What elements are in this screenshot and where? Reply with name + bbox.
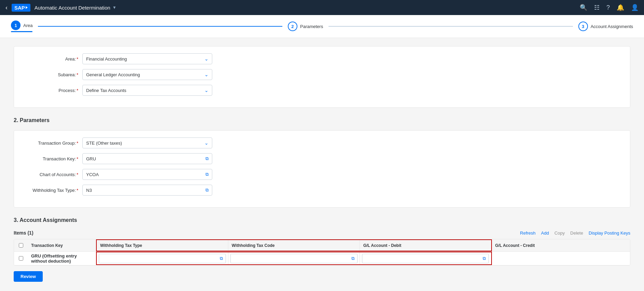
col-header-withholding-tax-type: Withholding Tax Type: [97, 240, 228, 251]
row-withholding-tax-code-cell: ⧉: [228, 252, 360, 264]
parameters-title: 2. Parameters: [14, 117, 630, 123]
area-value: Financial Accounting: [86, 56, 127, 62]
display-posting-keys-button[interactable]: Display Posting Keys: [589, 230, 630, 236]
account-toolbar: Items (1) Refresh Add Copy Delete Displa…: [14, 230, 630, 236]
delete-button[interactable]: Delete: [570, 230, 583, 236]
chart-of-accounts-value-help-icon[interactable]: ⧉: [205, 172, 209, 177]
gl-debit-field[interactable]: ⧉: [362, 254, 489, 263]
step-1-underline: [11, 31, 32, 32]
row-withholding-tax-type-cell: ⧉: [97, 252, 228, 264]
withholding-tax-code-field-icon[interactable]: ⧉: [351, 256, 354, 261]
withholding-tax-type-value-help-icon[interactable]: ⧉: [205, 187, 209, 193]
refresh-button[interactable]: Refresh: [520, 230, 536, 236]
step-3-label: Account Assignments: [591, 24, 633, 29]
sap-logo: SAP: [12, 4, 30, 12]
app-header: ‹ SAP Automatic Account Determination ▼ …: [0, 0, 644, 15]
process-chevron-icon: ⌄: [204, 88, 209, 93]
withholding-tax-type-field-icon[interactable]: ⧉: [220, 256, 223, 261]
line-1-2: [38, 26, 282, 27]
withholding-tax-type-row: Withholding Tax Type:* N3 ⧉: [28, 185, 616, 196]
transaction-key-value-help-icon[interactable]: ⧉: [205, 156, 209, 161]
toolbar-actions: Refresh Add Copy Delete Display Posting …: [520, 230, 630, 236]
process-row: Process:* Define Tax Accounts ⌄: [28, 85, 616, 96]
app-title-text: Automatic Account Determination: [35, 5, 110, 11]
gl-debit-field-icon[interactable]: ⧉: [483, 256, 486, 261]
transaction-group-chevron-icon: ⌄: [204, 140, 209, 146]
process-label: Process:*: [28, 88, 82, 93]
header-icons: 🔍 ☷ ? 🔔 👤: [580, 4, 639, 11]
subarea-value: General Ledger Accounting: [86, 72, 140, 77]
step-2-label: Parameters: [300, 24, 323, 29]
table-row: GRU (Offsetting entry without deduction)…: [14, 252, 630, 265]
withholding-tax-type-input[interactable]: N3 ⧉: [82, 185, 212, 196]
transaction-key-row: Transaction Key:* GRU ⧉: [28, 153, 616, 164]
add-button[interactable]: Add: [541, 230, 549, 236]
area-form: Area:* Financial Accounting ⌄ Subarea:* …: [14, 46, 630, 108]
review-button[interactable]: Review: [14, 271, 43, 282]
wizard-step-2[interactable]: 2 Parameters: [288, 22, 323, 31]
area-chevron-icon: ⌄: [204, 56, 209, 62]
line-2-3: [328, 26, 573, 27]
chart-of-accounts-label: Chart of Accounts:*: [28, 172, 82, 177]
area-row: Area:* Financial Accounting ⌄: [28, 53, 616, 64]
title-chevron[interactable]: ▼: [112, 5, 117, 10]
step-2-circle: 2: [288, 22, 297, 31]
transaction-group-row: Transaction Group:* STE (Other taxes) ⌄: [28, 137, 616, 148]
subarea-select[interactable]: General Ledger Accounting ⌄: [82, 69, 212, 80]
search-icon[interactable]: 🔍: [580, 4, 587, 11]
process-value: Define Tax Accounts: [86, 88, 126, 93]
account-assignments-section: 3. Account Assignments Items (1) Refresh…: [14, 217, 630, 282]
row-checkbox[interactable]: [19, 256, 23, 261]
chart-of-accounts-input[interactable]: YCOA ⧉: [82, 169, 212, 180]
withholding-tax-type-value: N3: [86, 188, 92, 193]
back-button[interactable]: ‹: [5, 4, 8, 11]
subarea-row: Subarea:* General Ledger Accounting ⌄: [28, 69, 616, 80]
copy-button[interactable]: Copy: [554, 230, 565, 236]
col-header-gl-debit: G/L Account - Debit: [360, 240, 491, 251]
account-assignments-title: 3. Account Assignments: [14, 217, 630, 223]
transaction-group-select[interactable]: STE (Other taxes) ⌄: [82, 137, 212, 148]
select-all-checkbox[interactable]: [19, 243, 23, 248]
wizard-step-1[interactable]: 1 Area: [11, 21, 32, 32]
app-title: Automatic Account Determination ▼: [35, 5, 117, 11]
account-table: Transaction Key Withholding Tax Type Wit…: [14, 239, 630, 266]
step-1-circle: 1: [11, 21, 21, 30]
items-label: Items (1): [14, 230, 33, 236]
withholding-tax-type-field[interactable]: ⧉: [99, 254, 226, 263]
withholding-tax-type-label: Withholding Tax Type:*: [28, 188, 82, 193]
header-checkbox-col: [14, 243, 28, 248]
apps-icon[interactable]: ☷: [594, 4, 600, 11]
col-header-gl-credit: G/L Account - Credit: [492, 243, 630, 248]
area-label: Area:*: [28, 56, 82, 62]
parameters-section: 2. Parameters Transaction Group:* STE (O…: [14, 117, 630, 208]
withholding-tax-code-field[interactable]: ⧉: [230, 254, 358, 263]
row-transaction-key: GRU (Offsetting entry without deduction): [28, 253, 96, 264]
step-3-circle: 3: [578, 22, 588, 31]
area-select[interactable]: Financial Accounting ⌄: [82, 53, 212, 64]
help-icon[interactable]: ?: [606, 4, 610, 11]
wizard-bar: 1 Area 2 Parameters 3 Account Assignment…: [0, 15, 644, 38]
chart-of-accounts-row: Chart of Accounts:* YCOA ⧉: [28, 169, 616, 180]
transaction-group-label: Transaction Group:*: [28, 141, 82, 146]
sap-logo-triangle: [26, 6, 28, 9]
table-header: Transaction Key Withholding Tax Type Wit…: [14, 239, 630, 252]
subarea-chevron-icon: ⌄: [204, 72, 209, 77]
transaction-group-value: STE (Other taxes): [86, 141, 122, 146]
main-content: Area:* Financial Accounting ⌄ Subarea:* …: [0, 38, 644, 291]
subarea-label: Subarea:*: [28, 72, 82, 77]
row-checkbox-col: [14, 256, 28, 261]
bell-icon[interactable]: 🔔: [617, 4, 624, 11]
transaction-key-input[interactable]: GRU ⧉: [82, 153, 212, 164]
col-header-transaction-key: Transaction Key: [28, 243, 96, 248]
transaction-key-value: GRU: [86, 156, 96, 161]
wizard-step-3[interactable]: 3 Account Assignments: [578, 22, 633, 31]
process-select[interactable]: Define Tax Accounts ⌄: [82, 85, 212, 96]
step-1-label: Area: [23, 23, 32, 28]
parameters-form: Transaction Group:* STE (Other taxes) ⌄ …: [14, 130, 630, 208]
row-gl-debit-cell: ⧉: [360, 252, 491, 264]
chart-of-accounts-value: YCOA: [86, 172, 99, 177]
col-header-withholding-tax-code: Withholding Tax Code: [228, 240, 360, 251]
user-icon[interactable]: 👤: [631, 4, 639, 11]
transaction-key-label: Transaction Key:*: [28, 156, 82, 161]
